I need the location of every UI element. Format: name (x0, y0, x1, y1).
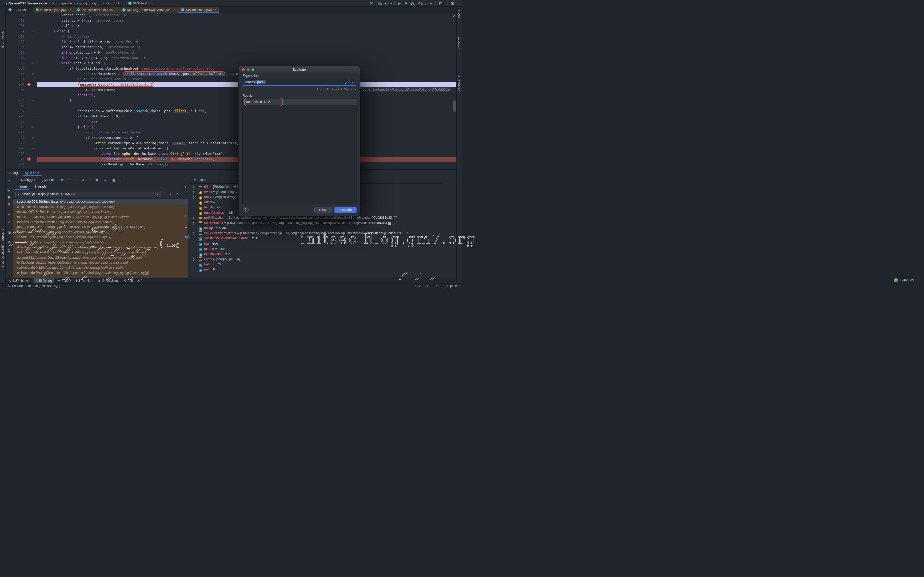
code-line-958[interactable]: 958 int endMatchLen = 0; endMatchLen: 2 (6, 50, 456, 55)
code-line-956[interactable]: 956 final int startPos = pos; startPos: … (6, 39, 456, 45)
sidebar-item-favorites[interactable]: ★ 2: Favorites (1, 248, 4, 268)
resume-icon[interactable]: ▶ (8, 188, 10, 192)
variable-row[interactable]: 01substitutionInVariablesEnabled = true (190, 236, 441, 241)
line-number[interactable]: 977 (6, 151, 24, 156)
step-into-icon[interactable]: ↓ (75, 178, 77, 182)
dialog-titlebar[interactable]: Evaluate (239, 66, 360, 73)
code-line-971[interactable]: 971 pos++; (6, 119, 456, 125)
line-number[interactable]: 979 (6, 162, 24, 167)
frame-down-icon[interactable]: ↓ (170, 192, 171, 196)
sidebar-item-maven[interactable]: m Maven (457, 37, 460, 50)
step-over-icon[interactable]: ↷ (68, 178, 71, 182)
code-line-957[interactable]: 957 pos += startMatchLen; startMatchLen:… (6, 45, 456, 50)
breadcrumb-item[interactable]: log4j (92, 2, 98, 5)
code-line-979[interactable]: 979 varNameExpr = bufName.toString(); (6, 162, 456, 167)
sidebar-item-database[interactable]: ⛁ Database (457, 74, 461, 91)
line-number[interactable]: 974 (6, 135, 24, 141)
fold-marker-icon[interactable]: ⌂ (32, 61, 34, 66)
line-number[interactable]: 963 (6, 76, 24, 82)
variable-row[interactable]: ❯valueDelimiterMatcher = {StrMatcher$Str… (190, 230, 441, 236)
tab-console[interactable]: › Console (39, 176, 58, 184)
expand-chevron-icon[interactable]: ❯ (192, 189, 195, 195)
editor-scrollbar[interactable] (454, 100, 456, 112)
code-line-951[interactable]: 951 lengthChange--; lengthChange: 0 (6, 13, 456, 18)
caret-position[interactable]: 1:10 (415, 284, 421, 288)
code-line-964[interactable]: 964✓ nestedVarCount++; nestedVarCount: 0 (6, 82, 456, 87)
expand-chevron-icon[interactable]: ❯ (192, 184, 195, 189)
code-line-973[interactable]: 973 // found variable end marker (6, 130, 456, 135)
code-line-972[interactable]: 972⌂ } else { (6, 124, 456, 130)
close-icon[interactable]: ✕ (214, 8, 216, 11)
line-number[interactable]: 956 (6, 39, 24, 45)
close-icon[interactable]: ✕ (115, 8, 117, 11)
line-number[interactable]: 967 (6, 98, 24, 103)
build-hammer-icon[interactable]: ⚒ (370, 1, 373, 5)
debug-button[interactable]: ⚘ (404, 1, 407, 5)
sidebar-item-ant[interactable]: ✳ Ant (457, 9, 461, 18)
stack-frame-row[interactable]: substitute:912, StrSubstitutor(org.apach… (13, 205, 188, 210)
variable-row[interactable]: 01lengthChange = 0 (190, 251, 441, 256)
line-number[interactable]: 955 (6, 34, 24, 39)
run-button[interactable]: ▶ (398, 1, 401, 5)
inspection-ok-icon[interactable]: ✔ (453, 14, 456, 18)
force-step-into-icon[interactable]: ⇓ (82, 178, 84, 182)
code-line-963[interactable]: 963 // found a nested variable start (6, 76, 456, 82)
breadcrumb-class[interactable]: StrSubstitutor (133, 2, 153, 5)
line-number[interactable]: 978 (6, 156, 24, 162)
run-anything-icon[interactable]: ▣ (451, 1, 454, 5)
pin-icon[interactable]: ➤ (7, 249, 11, 254)
toolwindow-build[interactable]: ⚒Build (121, 278, 137, 284)
fold-marker-icon[interactable]: ⌂ (32, 98, 34, 103)
stack-frame-row[interactable]: tryAppend:190, AbstractOutputStreamAppen… (13, 250, 188, 255)
stop-button[interactable]: ■ (430, 1, 432, 5)
stack-frame-row[interactable]: toSerializable:344, PatternLayout$Patter… (13, 225, 188, 230)
stack-frame-row[interactable]: encode:59, PatternLayout(org.apache.logg… (13, 240, 188, 245)
code-line-975[interactable]: 975 String varNameExpr = new String(char… (6, 141, 456, 146)
variable-row[interactable]: 01bufEnd = 27 (190, 262, 441, 267)
toolwindow-services[interactable]: ▶8: Services (97, 278, 120, 284)
debugger-settings-icon[interactable]: ⚙ (8, 240, 11, 244)
line-number[interactable]: 973 (6, 130, 24, 135)
toolwindow-terminal[interactable]: ›_Terminal (74, 278, 95, 284)
expression-input[interactable]: chars[pos] ↔ (242, 79, 349, 85)
tab-patternlayout-java[interactable]: C PatternLayout.java✕ (33, 7, 74, 13)
stack-frame-row[interactable]: format:132, MessagePatternConverter(org.… (13, 214, 188, 220)
project-structure-icon[interactable]: ◫▪▪ (439, 1, 444, 5)
toolwindow-problems[interactable]: ⊖6: Problems (7, 278, 32, 284)
fold-marker-icon[interactable]: ⌂ (32, 71, 34, 77)
indent-setting[interactable]: 4 spaces (446, 284, 459, 288)
stack-frame-row[interactable]: callAppender0:129, AppenderControl(org.a… (13, 265, 188, 271)
toolwindow-todo[interactable]: ≔TODO (55, 278, 73, 284)
line-number[interactable]: 969 (6, 108, 24, 114)
tab-strsubstitutor-java[interactable]: C StrSubstitutor.java✕ (178, 7, 219, 13)
code-line-960[interactable]: 960⌂ while (pos < bufEnd) { (6, 61, 456, 66)
expand-chevron-icon[interactable]: ❯ (192, 256, 195, 262)
code-line-955[interactable]: 955 // find suffix (6, 34, 456, 39)
code-line-977[interactable]: 977 final StringBuilder bufName = new St… (6, 151, 456, 156)
line-number[interactable]: 952 (6, 18, 24, 23)
expand-chevron-icon[interactable]: ❯ (192, 195, 195, 200)
code-line-961[interactable]: 961 if (substitutionInVariablesEnabled s… (6, 66, 456, 71)
fold-marker-icon[interactable]: ⌂ (32, 124, 34, 130)
line-number[interactable]: 970 (6, 114, 24, 119)
stack-frame-row[interactable]: toText:244, PatternLayout(org.apache.log… (13, 230, 188, 235)
result-row[interactable]: ooresult = '$' 36 (242, 99, 357, 105)
line-number[interactable]: 951 (6, 13, 24, 18)
line-number[interactable]: 964 (6, 82, 24, 87)
line-number[interactable]: 975 (6, 141, 24, 146)
line-number[interactable]: 960 (6, 61, 24, 66)
mute-breakpoints-icon[interactable]: ⊘ (8, 220, 11, 224)
code-line-966[interactable]: 966 continue; (6, 92, 456, 98)
expand-chevron-icon[interactable]: ❯ (192, 230, 195, 236)
remove-watch-icon[interactable]: − (184, 194, 187, 198)
thread-dump-icon[interactable]: ▣ (8, 230, 11, 234)
frames-list[interactable]: substitute:964, StrSubstitutor(org.apach… (13, 199, 188, 278)
tab-debugger[interactable]: Debugger (18, 176, 39, 184)
evaluate-expression-icon[interactable]: ▦ (112, 178, 115, 182)
line-number[interactable]: 954 (6, 29, 24, 34)
variable-row[interactable]: 01altered = false (190, 246, 441, 251)
move-down-icon[interactable]: ▼ (184, 215, 187, 218)
line-number[interactable]: 959 (6, 55, 24, 61)
code-line-952[interactable]: 952 altered = true; altered: false (6, 18, 456, 23)
tab-patternformatter-java[interactable]: C PatternFormatter.java✕ (74, 7, 120, 13)
